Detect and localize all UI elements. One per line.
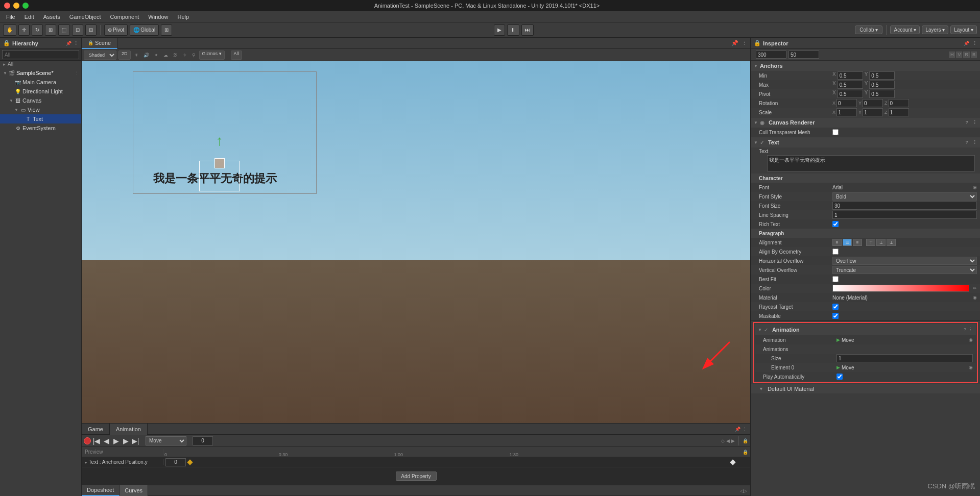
- hierarchy-item-samplescene[interactable]: ▼ 🎬 SampleScene* ⋮: [0, 68, 81, 78]
- last-frame-button[interactable]: ▶|: [131, 437, 139, 445]
- tool-rect[interactable]: ⬚: [58, 24, 70, 36]
- rotation-z[interactable]: [889, 99, 909, 107]
- record-button[interactable]: [84, 437, 91, 444]
- pivot-button[interactable]: ⊕ Pivot: [104, 24, 128, 36]
- close-btn[interactable]: [4, 3, 10, 9]
- shading-mode-select[interactable]: Shaded: [84, 51, 116, 60]
- default-ui-material-row[interactable]: ▼ Default UI Material: [751, 384, 980, 393]
- anchors-max-x[interactable]: [838, 81, 863, 89]
- time-input[interactable]: [193, 436, 213, 445]
- animations-size-input[interactable]: [836, 354, 973, 362]
- maskable-checkbox[interactable]: [832, 313, 839, 319]
- all-button[interactable]: All: [231, 51, 242, 60]
- hierarchy-item-dirlight[interactable]: 💡 Directional Light: [0, 87, 81, 96]
- element-0-picker[interactable]: ◉: [969, 365, 973, 370]
- height-input[interactable]: [788, 51, 819, 59]
- scale-y[interactable]: [863, 108, 883, 116]
- align-middle[interactable]: ⊥: [876, 239, 886, 246]
- tool-rotate[interactable]: ↻: [32, 24, 43, 36]
- pause-button[interactable]: ⏸: [507, 24, 519, 36]
- raycast-target-checkbox[interactable]: [832, 304, 839, 310]
- maximize-btn[interactable]: [22, 3, 29, 9]
- animation-more-icon[interactable]: ⋮: [968, 327, 973, 332]
- gizmos-button[interactable]: Gizmos ▾: [199, 51, 225, 60]
- scale-z[interactable]: [889, 108, 909, 116]
- add-property-button[interactable]: Add Property: [396, 472, 437, 481]
- animation-pin-icon[interactable]: 📌: [735, 427, 740, 432]
- cull-transparent-checkbox[interactable]: [832, 129, 839, 135]
- account-dropdown[interactable]: Account ▾: [890, 26, 920, 34]
- color-picker[interactable]: [832, 285, 969, 292]
- align-top[interactable]: ⊤: [866, 239, 875, 246]
- first-frame-button[interactable]: |◀: [92, 437, 101, 445]
- canvas-renderer-header[interactable]: ▼ ◉ Canvas Renderer ? ⋮: [751, 117, 980, 128]
- animation-rigging-icon[interactable]: ⚲: [190, 53, 197, 58]
- font-size-input[interactable]: [832, 202, 977, 210]
- play-anim-button[interactable]: ▶: [112, 437, 120, 445]
- h-overflow-select[interactable]: Overflow Wrap: [832, 257, 977, 265]
- menu-window[interactable]: Window: [144, 13, 172, 21]
- canvas-renderer-help-icon[interactable]: ?: [966, 120, 969, 125]
- font-style-select[interactable]: Bold Normal Italic: [832, 192, 977, 201]
- line-spacing-input[interactable]: [832, 211, 977, 219]
- rotation-x[interactable]: [836, 99, 857, 107]
- tool-scale[interactable]: ⊞: [45, 24, 56, 36]
- hierarchy-item-canvas[interactable]: ▼ 🖼 Canvas: [0, 96, 81, 105]
- global-button[interactable]: 🌐 Global: [130, 24, 159, 36]
- text-value-textarea[interactable]: 我是一条平平无奇的提示: [767, 155, 975, 171]
- hierarchy-item-view[interactable]: ▼ ▭ View: [0, 105, 81, 114]
- scene-transform-y-arrow[interactable]: ↑: [216, 133, 223, 149]
- layers-dropdown[interactable]: Layers ▾: [922, 26, 948, 34]
- size-b-btn[interactable]: B: [971, 52, 977, 58]
- size-v-btn[interactable]: V: [956, 52, 962, 58]
- align-bottom[interactable]: ⊥: [887, 239, 896, 246]
- animation-more-icon[interactable]: ⋮: [743, 427, 747, 432]
- hierarchy-item-maincamera[interactable]: 📷 Main Camera: [0, 78, 81, 87]
- align-center[interactable]: ☰: [843, 239, 852, 246]
- animation-toggle[interactable]: ✓: [764, 327, 768, 333]
- lighting-icon[interactable]: ☀: [133, 53, 140, 58]
- anim-keyframe-prev-icon[interactable]: ◀: [726, 438, 730, 443]
- minimize-btn[interactable]: [13, 3, 19, 9]
- play-button[interactable]: ▶: [494, 24, 505, 36]
- pivot-x[interactable]: [838, 90, 863, 98]
- anchors-min-y[interactable]: [869, 71, 895, 80]
- anim-lock-icon[interactable]: 🔒: [743, 438, 748, 443]
- align-left[interactable]: ≡: [832, 239, 842, 246]
- anchors-min-x[interactable]: [838, 71, 863, 80]
- hierarchy-item-eventsystem[interactable]: ⚙ EventSystem: [0, 123, 81, 133]
- pivot-y[interactable]: [869, 90, 895, 98]
- menu-gameobject[interactable]: GameObject: [65, 13, 105, 21]
- align-by-geo-checkbox[interactable]: [832, 249, 839, 255]
- size-r-btn[interactable]: R: [963, 52, 970, 58]
- canvas-renderer-more-icon[interactable]: ⋮: [972, 120, 977, 125]
- v-overflow-select[interactable]: Truncate Overflow: [832, 266, 977, 274]
- material-picker-icon[interactable]: ◉: [973, 295, 977, 301]
- clip-selector[interactable]: Move: [146, 436, 186, 445]
- text-more-icon[interactable]: ⋮: [972, 140, 977, 145]
- collab-button[interactable]: Collab ▾: [855, 26, 882, 34]
- tool-move[interactable]: ✛: [18, 24, 30, 36]
- play-auto-checkbox[interactable]: [836, 374, 843, 380]
- menu-assets[interactable]: Assets: [39, 13, 64, 21]
- size-h-btn[interactable]: H: [949, 52, 955, 58]
- menu-edit[interactable]: Edit: [20, 13, 38, 21]
- menu-component[interactable]: Component: [106, 13, 143, 21]
- audio-icon[interactable]: 🔊: [142, 53, 151, 58]
- anchors-max-y[interactable]: [869, 81, 895, 89]
- animation-component-header[interactable]: ▼ ✓ Animation ? ⋮: [755, 324, 976, 335]
- menu-file[interactable]: File: [2, 13, 19, 21]
- track-expand-icon[interactable]: ▸: [85, 460, 87, 465]
- next-keyframe-button[interactable]: ▶: [122, 437, 130, 445]
- width-input[interactable]: [756, 51, 786, 59]
- more-icon[interactable]: ⋮: [742, 40, 747, 46]
- anim-keyframe-next-icon[interactable]: ▶: [731, 438, 735, 443]
- text-component-header[interactable]: ▼ ✓ Text ? ⋮: [751, 137, 980, 147]
- best-fit-checkbox[interactable]: [832, 276, 839, 282]
- color-eyedropper-icon[interactable]: ✏: [973, 286, 977, 291]
- tab-game[interactable]: Game: [82, 424, 110, 435]
- text-help-icon[interactable]: ?: [966, 140, 969, 145]
- dope-drag[interactable]: ◁▷: [737, 487, 750, 493]
- menu-help[interactable]: Help: [173, 13, 193, 21]
- fog-icon[interactable]: 🌫: [172, 53, 179, 58]
